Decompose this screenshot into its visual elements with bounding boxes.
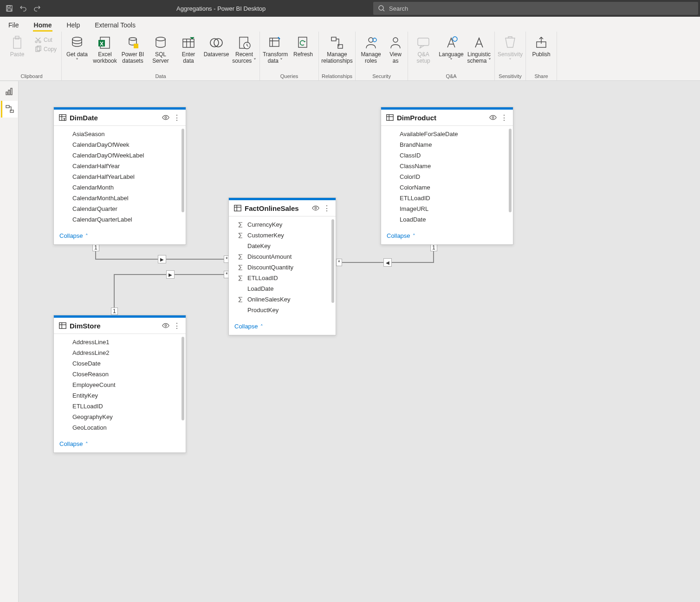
- table-card-dimstore[interactable]: DimStore ⋮ AddressLine1AddressLine2Close…: [53, 315, 186, 453]
- linguistic-schema-button[interactable]: Linguistic schema ˅: [467, 33, 492, 64]
- ribbon-group-clipboard: Paste Cut Copy Clipboard: [2, 32, 62, 80]
- table-card-dimdate[interactable]: DimDate ⋮ AsiaSeasonCalendarDayOfWeekCal…: [53, 107, 186, 245]
- field-row[interactable]: ColorID: [381, 171, 513, 182]
- field-row[interactable]: CurrencyKey: [229, 219, 336, 230]
- menu-help[interactable]: Help: [65, 19, 81, 32]
- field-row[interactable]: BrandName: [381, 139, 513, 150]
- field-row[interactable]: CalendarQuarter: [54, 203, 186, 214]
- svg-rect-40: [59, 323, 66, 329]
- paste-icon: [10, 35, 25, 50]
- cardinality-one: 1: [92, 244, 99, 251]
- menu-file[interactable]: File: [7, 19, 20, 32]
- collapse-link[interactable]: Collapse ˄: [234, 323, 263, 330]
- field-row[interactable]: CalendarMonth: [54, 182, 186, 193]
- svg-rect-38: [387, 115, 393, 121]
- field-row[interactable]: CustomerKey: [229, 230, 336, 241]
- transform-data-button[interactable]: Transform data ˅: [263, 33, 288, 64]
- excel-workbook-button[interactable]: Excel workbook: [92, 33, 117, 64]
- field-row[interactable]: CalendarMonthLabel: [54, 193, 186, 203]
- field-row[interactable]: CalendarHalfYear: [54, 161, 186, 171]
- sql-server-button[interactable]: SQL Server: [148, 33, 173, 64]
- field-row[interactable]: ProductKey: [229, 305, 336, 315]
- more-options-icon[interactable]: ⋮: [173, 321, 181, 330]
- field-row[interactable]: OnlineSalesKey: [229, 294, 336, 305]
- field-row[interactable]: AddressLine1: [54, 337, 186, 347]
- search-placeholder: Search: [389, 5, 408, 12]
- field-row[interactable]: GeographyKey: [54, 412, 186, 422]
- field-row[interactable]: ETLLoadID: [381, 193, 513, 203]
- report-view-button[interactable]: [1, 83, 18, 100]
- search-icon: [378, 5, 385, 12]
- field-row[interactable]: ClassID: [381, 150, 513, 161]
- visibility-icon[interactable]: [162, 321, 170, 330]
- scrollbar[interactable]: [181, 129, 184, 212]
- language-button[interactable]: Language˅: [439, 33, 464, 64]
- ribbon-group-sensitivity: Sensitivity˅ Sensitivity: [495, 32, 526, 80]
- undo-icon[interactable]: [19, 5, 27, 12]
- svg-point-41: [165, 325, 167, 327]
- svg-rect-5: [15, 36, 19, 39]
- visibility-icon[interactable]: [311, 204, 320, 212]
- refresh-icon: [296, 35, 311, 50]
- dataverse-button[interactable]: Dataverse: [204, 33, 229, 58]
- field-row[interactable]: ETLLoadID: [54, 401, 186, 412]
- collapse-link[interactable]: Collapse ˄: [59, 232, 88, 239]
- enter-data-button[interactable]: Enter data: [176, 33, 201, 64]
- field-row[interactable]: DateKey: [229, 241, 336, 251]
- field-row[interactable]: CloseReason: [54, 369, 186, 380]
- field-row[interactable]: AvailableForSaleDate: [381, 129, 513, 139]
- more-options-icon[interactable]: ⋮: [500, 113, 508, 122]
- more-options-icon[interactable]: ⋮: [173, 113, 181, 122]
- model-canvas[interactable]: 1 ▶ * 1 ▶ * 1 ◀ * DimDate ⋮ AsiaSeasonCa…: [19, 81, 700, 602]
- search-input[interactable]: Search: [373, 2, 698, 15]
- field-row[interactable]: DiscountAmount: [229, 251, 336, 262]
- scrollbar[interactable]: [509, 129, 512, 212]
- field-row[interactable]: DiscountQuantity: [229, 262, 336, 273]
- field-row[interactable]: CalendarHalfYearLabel: [54, 171, 186, 182]
- field-row[interactable]: CalendarQuarterLabel: [54, 214, 186, 225]
- scrollbar[interactable]: [181, 337, 184, 420]
- collapse-link[interactable]: Collapse ˄: [387, 232, 415, 239]
- field-row[interactable]: LoadDate: [229, 283, 336, 294]
- manage-roles-button[interactable]: Manage roles: [358, 33, 383, 64]
- field-row[interactable]: CloseDate: [54, 358, 186, 369]
- svg-point-27: [393, 38, 398, 42]
- field-row[interactable]: AddressLine2: [54, 347, 186, 358]
- ribbon-group-qa: Q&A setup Language˅ Linguistic schema ˅ …: [408, 32, 495, 80]
- svg-point-15: [156, 37, 165, 41]
- field-row[interactable]: CalendarDayOfWeekLabel: [54, 150, 186, 161]
- field-row[interactable]: EmployeeCount: [54, 380, 186, 390]
- table-card-factonlinesales[interactable]: FactOnlineSales ⋮ CurrencyKeyCustomerKey…: [228, 197, 336, 335]
- svg-rect-32: [8, 90, 10, 95]
- redo-icon[interactable]: [33, 5, 41, 12]
- visibility-icon[interactable]: [489, 113, 497, 122]
- visibility-icon[interactable]: [162, 113, 170, 122]
- more-options-icon[interactable]: ⋮: [323, 204, 331, 212]
- refresh-button[interactable]: Refresh: [291, 33, 316, 58]
- sigma-icon: [237, 275, 244, 281]
- field-row[interactable]: GeoLocation: [54, 422, 186, 433]
- pbi-datasets-button[interactable]: Power BI datasets: [120, 33, 145, 64]
- publish-button[interactable]: Publish: [529, 33, 554, 58]
- model-view-button[interactable]: [1, 101, 18, 118]
- scrollbar[interactable]: [331, 219, 334, 303]
- get-data-button[interactable]: Get data ˅: [65, 33, 90, 64]
- table-icon: [58, 321, 67, 330]
- field-row[interactable]: EntityKey: [54, 390, 186, 401]
- field-row[interactable]: LoadDate: [381, 214, 513, 225]
- view-as-button[interactable]: View as: [386, 33, 405, 64]
- menu-external-tools[interactable]: External Tools: [94, 19, 136, 32]
- recent-sources-button[interactable]: Recent sources ˅: [232, 33, 257, 64]
- menu-home[interactable]: Home: [33, 19, 53, 32]
- field-row[interactable]: ETLLoadID: [229, 273, 336, 283]
- collapse-link[interactable]: Collapse ˄: [59, 440, 88, 447]
- field-row[interactable]: CalendarDayOfWeek: [54, 139, 186, 150]
- field-row[interactable]: ClassName: [381, 161, 513, 171]
- manage-relationships-button[interactable]: Manage relationships: [322, 33, 352, 64]
- table-card-dimproduct[interactable]: DimProduct ⋮ AvailableForSaleDateBrandNa…: [381, 107, 513, 245]
- field-row[interactable]: ColorName: [381, 182, 513, 193]
- field-row[interactable]: AsiaSeason: [54, 129, 186, 139]
- save-icon[interactable]: [6, 5, 13, 12]
- transform-data-icon: [268, 35, 283, 50]
- field-row[interactable]: ImageURL: [381, 203, 513, 214]
